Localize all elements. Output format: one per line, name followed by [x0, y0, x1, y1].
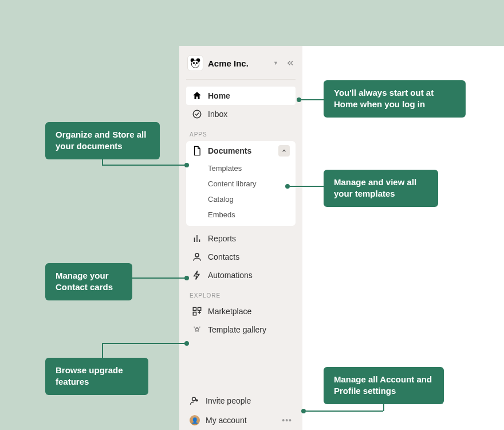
sidebar-bottom: Invite people 👤 My account ••• [186, 391, 296, 430]
callout-line [290, 186, 324, 187]
svg-point-3 [193, 62, 195, 64]
svg-point-5 [195, 65, 196, 66]
svg-point-6 [193, 110, 201, 118]
svg-point-7 [195, 253, 199, 257]
nav-invite-label: Invite people [206, 396, 251, 405]
callout-line [132, 277, 185, 279]
nav-content-library[interactable]: Content library [186, 176, 296, 191]
invite-icon [190, 396, 200, 406]
callout-line [102, 150, 103, 165]
callout-line [102, 165, 186, 166]
nav-contacts-label: Contacts [208, 252, 239, 261]
nav-automations-label: Automations [208, 271, 253, 280]
callout-anchor [184, 276, 189, 280]
callout-upgrade: Browse upgrade features [45, 358, 148, 395]
contacts-icon [192, 252, 202, 262]
nav-automations[interactable]: Automations [186, 266, 296, 284]
workspace-logo [187, 55, 203, 71]
callout-line [306, 411, 383, 412]
callout-templates: Manage and view all your templates [324, 170, 438, 207]
nav-inbox[interactable]: Inbox [186, 105, 296, 123]
workspace-name: Acme Inc. [208, 58, 269, 68]
svg-point-2 [191, 60, 199, 68]
svg-rect-9 [198, 307, 201, 310]
nav-my-account[interactable]: 👤 My account ••• [186, 411, 296, 430]
workspace-switcher[interactable]: Acme Inc. ▼ [186, 53, 296, 80]
callout-line [383, 396, 384, 411]
callout-line [102, 343, 103, 358]
nav-documents[interactable]: Documents [186, 141, 296, 161]
callout-anchor [285, 184, 290, 189]
section-explore-label: EXPLORE [186, 284, 296, 302]
nav-reports-label: Reports [208, 234, 236, 243]
callout-anchor [301, 409, 306, 413]
nav-documents-label: Documents [208, 146, 251, 155]
nav-home-label: Home [208, 91, 230, 100]
nav-documents-group: Documents Templates Content library Cata… [186, 141, 296, 226]
marketplace-icon [192, 306, 202, 316]
svg-rect-10 [193, 312, 196, 315]
nav-templates[interactable]: Templates [186, 161, 296, 176]
automations-icon [192, 270, 202, 280]
svg-point-4 [196, 62, 198, 64]
avatar: 👤 [190, 415, 200, 425]
section-apps-label: APPS [186, 123, 296, 141]
reports-icon [192, 233, 202, 244]
callout-line [102, 343, 186, 344]
callout-anchor [297, 97, 301, 102]
collapse-sidebar-icon[interactable] [286, 59, 294, 67]
nav-account-label: My account [206, 416, 247, 425]
inbox-icon [192, 109, 202, 119]
nav-embeds[interactable]: Embeds [186, 207, 296, 222]
nav-catalog[interactable]: Catalog [186, 191, 296, 207]
home-icon [192, 91, 202, 101]
gallery-icon [192, 325, 202, 335]
nav-invite-people[interactable]: Invite people [186, 391, 296, 411]
callout-home: You'll always start out at Home when you… [324, 80, 466, 118]
sidebar: Acme Inc. ▼ Home Inbox APPS Documents Te… [179, 46, 302, 430]
callout-line [301, 99, 324, 100]
nav-marketplace-label: Marketplace [208, 307, 251, 316]
nav-contacts[interactable]: Contacts [186, 248, 296, 266]
nav-home[interactable]: Home [186, 87, 296, 105]
panda-icon [190, 57, 201, 69]
document-icon [192, 146, 202, 156]
nav-template-gallery[interactable]: Template gallery [186, 320, 296, 339]
nav-reports[interactable]: Reports [186, 229, 296, 248]
svg-point-11 [192, 397, 196, 401]
more-icon[interactable]: ••• [282, 416, 292, 425]
nav-marketplace[interactable]: Marketplace [186, 302, 296, 320]
nav-gallery-label: Template gallery [208, 325, 266, 334]
caret-down-icon: ▼ [273, 60, 278, 66]
chevron-up-icon[interactable] [278, 145, 290, 157]
callout-contacts: Manage your Contact cards [45, 263, 132, 300]
svg-rect-8 [193, 307, 196, 310]
nav-inbox-label: Inbox [208, 110, 227, 119]
